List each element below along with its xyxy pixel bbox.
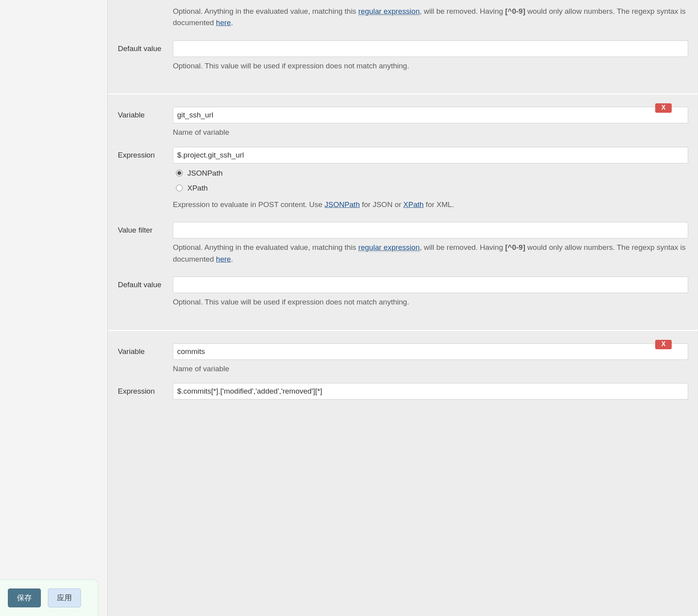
expression-label: Expression — [118, 383, 173, 396]
default-value-input[interactable] — [173, 40, 688, 57]
section-separator — [108, 330, 698, 332]
variable-label: Variable — [118, 107, 173, 119]
jsonpath-link[interactable]: JSONPath — [324, 200, 360, 209]
radio-xpath[interactable]: XPath — [176, 181, 688, 196]
variable-row: Variable Name of variable — [118, 104, 688, 140]
expression-type-radios: JSONPath XPath — [173, 163, 688, 196]
value-filter-label: Value filter — [118, 222, 173, 235]
footer-actions: 保存 应用 — [0, 579, 98, 616]
regex-link[interactable]: regular expression — [358, 7, 420, 16]
variable-row: Variable Name of variable — [118, 341, 688, 377]
value-filter-help: Optional. Anything in the evaluated valu… — [173, 6, 688, 29]
value-filter-help: Optional. Anything in the evaluated valu… — [173, 242, 688, 265]
xpath-link[interactable]: XPath — [403, 200, 424, 209]
config-block-gitssh: X Variable Name of variable Expression J… — [118, 99, 688, 322]
expression-label: Expression — [118, 147, 173, 160]
here-link[interactable]: here — [216, 255, 231, 263]
value-filter-row: Value filter Optional. Anything in the e… — [118, 220, 688, 267]
page-root: 保存 应用 Optional. Anything in the evaluate… — [0, 0, 698, 616]
here-link[interactable]: here — [216, 18, 231, 27]
expression-input[interactable] — [173, 383, 688, 400]
apply-button[interactable]: 应用 — [48, 588, 81, 607]
radio-jsonpath[interactable]: JSONPath — [176, 166, 688, 181]
expression-row: Expression — [118, 381, 688, 402]
expression-help: Expression to evaluate in POST content. … — [173, 199, 688, 210]
variable-help: Name of variable — [173, 126, 688, 138]
expression-row: Expression JSONPath XPath — [118, 145, 688, 213]
delete-block-button[interactable]: X — [655, 340, 672, 349]
config-block-commits: X Variable Name of variable Expression — [118, 336, 688, 402]
default-value-help: Optional. This value will be used if exp… — [173, 60, 688, 72]
variable-label: Variable — [118, 343, 173, 356]
default-value-row: Default value Optional. This value will … — [118, 38, 688, 74]
default-value-help: Optional. This value will be used if exp… — [173, 296, 688, 308]
variable-input[interactable] — [173, 107, 688, 123]
content: Optional. Anything in the evaluated valu… — [108, 0, 698, 616]
variable-help: Name of variable — [173, 363, 688, 374]
delete-block-button[interactable]: X — [655, 103, 672, 113]
save-button[interactable]: 保存 — [8, 588, 41, 607]
variable-input[interactable] — [173, 343, 688, 360]
default-value-label: Default value — [118, 277, 173, 289]
default-value-label: Default value — [118, 40, 173, 53]
default-value-input[interactable] — [173, 277, 688, 293]
config-block-prev: Optional. Anything in the evaluated valu… — [118, 0, 688, 86]
expression-input[interactable] — [173, 147, 688, 163]
section-separator — [108, 94, 698, 95]
radio-jsonpath-input[interactable] — [176, 170, 183, 176]
default-value-row: Default value Optional. This value will … — [118, 274, 688, 310]
sidebar: 保存 应用 — [0, 0, 108, 616]
regex-link[interactable]: regular expression — [358, 243, 420, 252]
value-filter-help-row: Optional. Anything in the evaluated valu… — [118, 0, 688, 31]
radio-xpath-input[interactable] — [176, 185, 183, 191]
value-filter-input[interactable] — [173, 222, 688, 238]
